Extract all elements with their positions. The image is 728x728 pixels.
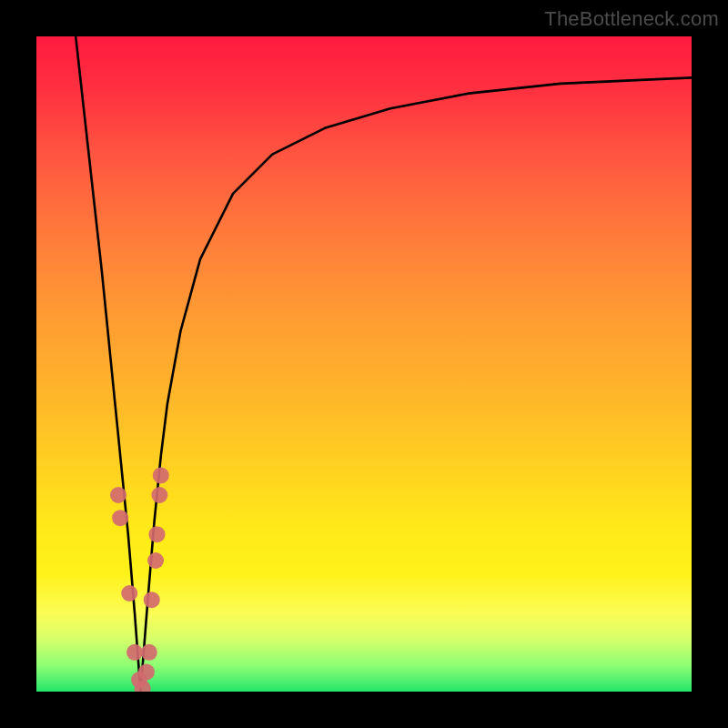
chart-frame: TheBottleneck.com — [0, 0, 728, 728]
curve-right-branch — [140, 77, 692, 692]
marker-point — [110, 487, 126, 503]
watermark-text: TheBottleneck.com — [544, 7, 719, 31]
marker-point — [148, 526, 165, 542]
curve-lines — [76, 36, 692, 692]
marker-point — [151, 487, 167, 503]
marker-point — [141, 644, 157, 661]
marker-point — [144, 592, 160, 608]
marker-point — [112, 510, 128, 526]
marker-point — [126, 644, 143, 661]
marker-point — [153, 467, 169, 483]
chart-svg — [36, 36, 692, 692]
data-markers — [110, 467, 169, 692]
marker-point — [147, 552, 164, 569]
marker-point — [121, 585, 137, 602]
marker-point — [138, 663, 155, 680]
plot-area — [36, 36, 692, 692]
